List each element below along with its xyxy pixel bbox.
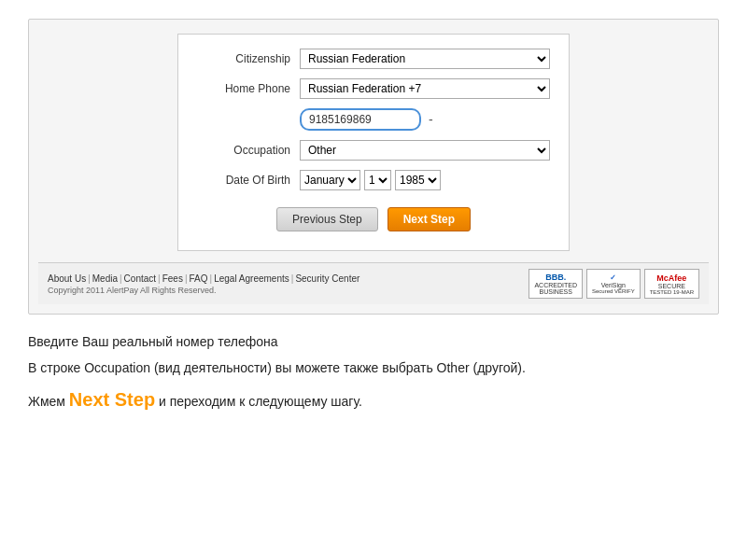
dob-day-select[interactable]: 1: [364, 170, 391, 190]
footer-links: About Us | Media | Contact | Fees | FAQ …: [48, 273, 359, 284]
instruction-line1: Введите Ваш реальный номер телефона: [28, 331, 719, 352]
dob-month-select[interactable]: January: [300, 170, 360, 190]
bbb-badge: BBB. ACCREDITED BUSINESS: [529, 269, 583, 299]
footer-link-about[interactable]: About Us: [48, 273, 86, 284]
dob-row: Date Of Birth January 1 1985: [197, 170, 550, 190]
instruction-line3-prefix: Жмем: [28, 394, 69, 409]
dob-year-select[interactable]: 1985: [395, 170, 441, 190]
footer-link-legal[interactable]: Legal Agreements: [214, 273, 289, 284]
dob-label: Date Of Birth: [197, 174, 300, 187]
home-phone-select[interactable]: Russian Federation +7: [300, 78, 550, 99]
footer-copyright: Copyright 2011 AlertPay All Rights Reser…: [48, 286, 359, 295]
next-step-highlight: Next Step: [69, 389, 155, 410]
phone-number-input[interactable]: [300, 108, 421, 131]
occupation-select[interactable]: Other: [300, 140, 550, 161]
dob-selects: January 1 1985: [300, 170, 441, 190]
phone-input-row: -: [197, 108, 550, 131]
footer-link-contact[interactable]: Contact: [124, 273, 156, 284]
citizenship-select[interactable]: Russian Federation: [300, 49, 550, 69]
footer-link-faq[interactable]: FAQ: [190, 273, 208, 284]
screenshot-area: Citizenship Russian Federation Home Phon…: [28, 19, 719, 315]
home-phone-label: Home Phone: [197, 82, 300, 95]
mcafee-badge: McAfee SECURE TESTED 19-MAR: [644, 269, 699, 299]
instruction-line3-suffix: и переходим к следующему шагу.: [155, 394, 362, 409]
occupation-row: Occupation Other: [197, 140, 550, 161]
verisign-badge: ✓ VeriSign Secured VERIFY: [586, 269, 641, 299]
footer-link-media[interactable]: Media: [92, 273, 118, 284]
footer-left: About Us | Media | Contact | Fees | FAQ …: [48, 273, 359, 295]
citizenship-row: Citizenship Russian Federation: [197, 49, 550, 69]
previous-step-button[interactable]: Previous Step: [276, 207, 378, 231]
occupation-label: Occupation: [197, 144, 300, 157]
footer-bar: About Us | Media | Contact | Fees | FAQ …: [38, 262, 709, 304]
citizenship-label: Citizenship: [197, 52, 300, 65]
footer-badges: BBB. ACCREDITED BUSINESS ✓ VeriSign Secu…: [529, 269, 699, 299]
home-phone-row: Home Phone Russian Federation +7: [197, 78, 550, 99]
footer-link-security[interactable]: Security Center: [295, 273, 359, 284]
next-step-button[interactable]: Next Step: [388, 207, 471, 231]
instruction-line3: Жмем Next Step и переходим к следующему …: [28, 385, 719, 414]
form-panel: Citizenship Russian Federation Home Phon…: [177, 34, 570, 251]
instructions-area: Введите Ваш реальный номер телефона В ст…: [28, 331, 719, 414]
phone-dash: -: [429, 112, 433, 127]
buttons-row: Previous Step Next Step: [197, 207, 550, 231]
instruction-line2: В строке Occupation (вид деятельности) в…: [28, 357, 719, 378]
footer-link-fees[interactable]: Fees: [162, 273, 183, 284]
